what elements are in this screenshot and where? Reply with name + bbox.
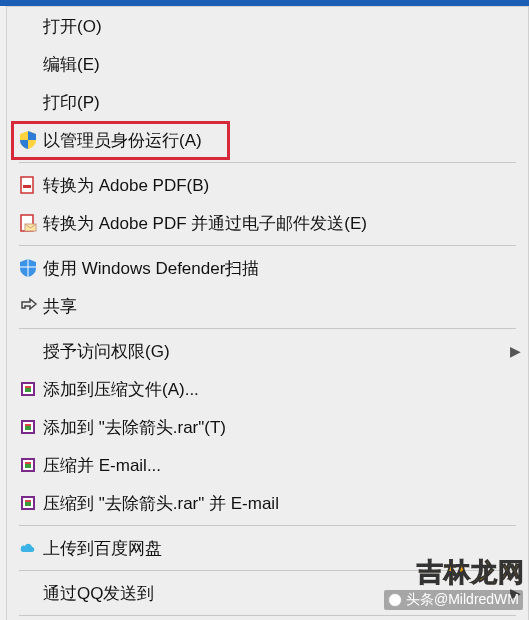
menu-item-defender[interactable]: 使用 Windows Defender扫描 — [7, 249, 528, 287]
menu-label: 授予访问权限(G) — [43, 340, 502, 363]
blank-icon — [13, 338, 43, 364]
menu-label: 添加到 "去除箭头.rar"(T) — [43, 416, 528, 439]
separator — [19, 162, 516, 163]
menu-item-print[interactable]: 打印(P) — [7, 83, 528, 121]
winrar-icon — [13, 376, 43, 402]
menu-label: 压缩到 "去除箭头.rar" 并 E-mail — [43, 492, 528, 515]
blank-icon — [13, 51, 43, 77]
menu-label: 以管理员身份运行(A) — [43, 129, 528, 152]
menu-item-rar-email[interactable]: 压缩并 E-mail... — [7, 446, 528, 484]
menu-item-pdf-convert[interactable]: 转换为 Adobe PDF(B) — [7, 166, 528, 204]
separator — [19, 525, 516, 526]
winrar-icon — [13, 490, 43, 516]
baidu-cloud-icon — [13, 535, 43, 561]
menu-label: 转换为 Adobe PDF(B) — [43, 174, 528, 197]
menu-item-share[interactable]: 共享 — [7, 287, 528, 325]
menu-item-edit[interactable]: 编辑(E) — [7, 45, 528, 83]
svg-rect-20 — [25, 500, 31, 502]
pdf-mail-icon — [13, 210, 43, 236]
share-icon — [13, 293, 43, 319]
menu-item-rar-addto[interactable]: 添加到 "去除箭头.rar"(T) — [7, 408, 528, 446]
pdf-icon — [13, 172, 43, 198]
menu-item-grant-access[interactable]: 授予访问权限(G) ▶ — [7, 332, 528, 370]
separator — [19, 615, 516, 616]
menu-label: 转换为 Adobe PDF 并通过电子邮件发送(E) — [43, 212, 528, 235]
menu-label: 共享 — [43, 295, 528, 318]
svg-rect-1 — [23, 185, 31, 188]
menu-label: 打开(O) — [43, 15, 528, 38]
blank-icon — [13, 13, 43, 39]
menu-label: 编辑(E) — [43, 53, 528, 76]
winrar-icon — [13, 414, 43, 440]
menu-label: 打印(P) — [43, 91, 528, 114]
menu-item-rar-add[interactable]: 添加到压缩文件(A)... — [7, 370, 528, 408]
context-menu: 打开(O) 编辑(E) 打印(P) 以管理员身份运行(A) 转换为 Adobe … — [6, 6, 529, 620]
menu-item-pdf-email[interactable]: 转换为 Adobe PDF 并通过电子邮件发送(E) — [7, 204, 528, 242]
svg-rect-16 — [25, 462, 31, 464]
blank-icon — [13, 580, 43, 606]
blank-icon — [13, 89, 43, 115]
menu-label: 使用 Windows Defender扫描 — [43, 257, 528, 280]
winrar-icon — [13, 452, 43, 478]
menu-label: 添加到压缩文件(A)... — [43, 378, 528, 401]
menu-item-rar-emailto[interactable]: 压缩到 "去除箭头.rar" 并 E-mail — [7, 484, 528, 522]
watermark-site: 吉林龙网 — [417, 555, 525, 590]
svg-rect-8 — [25, 386, 31, 388]
watermark-credit: 头条@MildredWM — [384, 590, 523, 610]
shield-icon — [13, 127, 43, 153]
menu-label: 压缩并 E-mail... — [43, 454, 528, 477]
separator — [19, 245, 516, 246]
defender-shield-icon — [13, 255, 43, 281]
menu-item-open[interactable]: 打开(O) — [7, 7, 528, 45]
submenu-arrow-icon: ▶ — [502, 343, 528, 359]
separator — [19, 328, 516, 329]
menu-item-run-as-admin[interactable]: 以管理员身份运行(A) — [7, 121, 528, 159]
svg-rect-12 — [25, 424, 31, 426]
